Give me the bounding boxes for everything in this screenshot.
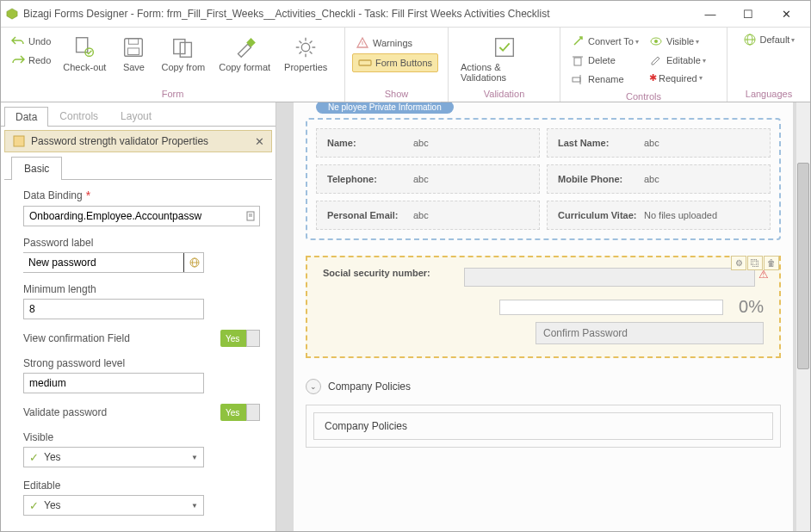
maximize-button[interactable]: ☐	[729, 2, 767, 26]
basic-tab[interactable]: Basic	[11, 157, 62, 180]
svg-rect-5	[128, 48, 139, 55]
copyformat-icon	[232, 34, 257, 60]
browse-icon	[245, 210, 257, 222]
properties-icon	[293, 34, 319, 60]
check-icon: ✓	[29, 499, 39, 512]
warnings-icon	[356, 36, 369, 50]
delete-button[interactable]: Delete	[567, 52, 642, 69]
window-title: Bizagi Forms Designer - Form: frm_Fill_F…	[23, 8, 691, 20]
field-mobile[interactable]: Mobile Phone:abc	[547, 164, 771, 194]
undo-icon	[11, 34, 25, 48]
convert-icon	[571, 34, 585, 48]
databinding-browse-button[interactable]	[240, 207, 259, 226]
visible-select[interactable]: ✓ Yes ▼	[23, 447, 204, 467]
visible-label: Visible	[23, 431, 260, 443]
chevron-down-icon: ⌄	[310, 382, 317, 391]
databinding-input[interactable]	[24, 207, 240, 226]
scrollbar-thumb[interactable]	[797, 163, 809, 369]
trash-icon: 🗑	[767, 258, 776, 268]
ribbon-group-show-label: Show	[350, 87, 443, 100]
formbuttons-button[interactable]: Form Buttons	[352, 53, 438, 72]
svg-rect-11	[359, 60, 371, 65]
minlength-input[interactable]	[24, 300, 203, 319]
field-email[interactable]: Personal Email:abc	[316, 201, 540, 230]
chevron-down-icon: ▼	[191, 502, 198, 510]
widget-settings-button[interactable]: ⚙	[731, 256, 746, 270]
validation-icon	[492, 34, 517, 60]
convertto-button[interactable]: Convert To▾	[567, 33, 642, 50]
copyformat-button[interactable]: Copy format	[212, 31, 277, 76]
tab-controls[interactable]: Controls	[48, 106, 109, 126]
strength-bar	[499, 300, 723, 315]
widget-icon	[12, 134, 26, 148]
viewconfirm-toggle[interactable]: Yes	[220, 330, 260, 347]
svg-marker-0	[7, 9, 17, 19]
required-button[interactable]: ✱Required▾	[646, 71, 709, 85]
field-cv[interactable]: Curriculum Vitae:No files uploaded	[547, 201, 771, 230]
actions-validations-button[interactable]: Actions & Validations	[454, 31, 554, 86]
passwordlabel-localize-button[interactable]	[184, 253, 203, 272]
company-policies-section: ⌄ Company Policies Company Policies	[306, 375, 781, 448]
editable-label: Editable	[23, 479, 260, 492]
employee-info-group: Name:abc Last Name:abc Telephone:abc Mob…	[306, 118, 781, 240]
accordion-toggle[interactable]: ⌄	[306, 379, 321, 394]
databinding-label: Data Binding*	[23, 189, 260, 202]
properties-close-button[interactable]: ✕	[255, 135, 264, 148]
default-language-button[interactable]: Default▾	[740, 31, 799, 48]
eye-icon	[649, 34, 663, 48]
viewconfirm-label: View confirmation Field	[23, 332, 220, 344]
ssn-input[interactable]	[464, 268, 755, 287]
svg-rect-15	[573, 77, 580, 82]
warnings-button[interactable]: Warnings	[352, 34, 438, 52]
widget-delete-button[interactable]: 🗑	[764, 256, 779, 270]
password-validator-widget[interactable]: ⚙ ⿻ 🗑 Social security number: ⚠ 0%	[306, 256, 781, 358]
redo-button[interactable]: Redo	[8, 52, 54, 69]
properties-header: Password strength validator Properties ✕	[4, 130, 272, 152]
redo-icon	[11, 53, 25, 67]
tab-data[interactable]: Data	[4, 107, 48, 127]
svg-rect-7	[180, 42, 191, 57]
ribbon-group-form-label: Form	[6, 87, 339, 100]
left-panel: Data Controls Layout Password strength v…	[1, 102, 276, 531]
ribbon-group-languages-label: Languages	[733, 87, 805, 100]
strength-percent: 0%	[739, 297, 764, 317]
undo-button[interactable]: Undo	[8, 33, 54, 50]
checkout-button[interactable]: Check-out	[56, 31, 113, 76]
properties-title: Password strength validator Properties	[31, 135, 208, 147]
save-button[interactable]: Save	[113, 31, 154, 76]
field-lastname[interactable]: Last Name:abc	[547, 128, 771, 158]
check-icon: ✓	[29, 451, 39, 464]
svg-rect-4	[129, 39, 139, 45]
rename-icon	[571, 72, 585, 86]
ssn-label: Social security number:	[318, 268, 464, 278]
passwordlabel-input[interactable]	[23, 253, 184, 272]
tab-layout[interactable]: Layout	[109, 106, 163, 126]
ribbon: Undo Redo Check-out Save Copy from Copy …	[1, 27, 810, 102]
rename-button[interactable]: Rename	[567, 71, 642, 88]
editable-button[interactable]: Editable▾	[646, 52, 709, 69]
globe-icon	[743, 33, 757, 46]
field-telephone[interactable]: Telephone:abc	[316, 164, 540, 194]
minimize-button[interactable]: —	[691, 2, 729, 26]
visible-button[interactable]: Visible▾	[646, 33, 709, 50]
widget-copy-button[interactable]: ⿻	[747, 256, 763, 270]
ribbon-group-controls-label: Controls	[566, 90, 721, 102]
validatepwd-toggle[interactable]: Yes	[220, 404, 260, 421]
properties-button[interactable]: Properties	[277, 31, 334, 76]
close-button[interactable]: ✕	[767, 2, 805, 26]
svg-point-18	[654, 40, 658, 43]
svg-rect-6	[174, 40, 185, 54]
copyfrom-button[interactable]: Copy from	[154, 31, 212, 76]
stronglevel-input[interactable]	[24, 374, 203, 393]
accordion-title: Company Policies	[328, 380, 411, 393]
editable-select[interactable]: ✓ Yes ▼	[23, 495, 204, 516]
copyfrom-icon	[170, 34, 196, 60]
svg-rect-13	[574, 58, 581, 65]
confirm-password-input[interactable]	[536, 322, 764, 344]
field-name[interactable]: Name:abc	[316, 128, 540, 158]
stronglevel-label: Strong password level	[23, 357, 260, 369]
copy-icon: ⿻	[751, 258, 759, 268]
vertical-scrollbar[interactable]	[796, 102, 810, 531]
checkout-icon	[71, 34, 97, 60]
svg-rect-3	[125, 39, 143, 57]
